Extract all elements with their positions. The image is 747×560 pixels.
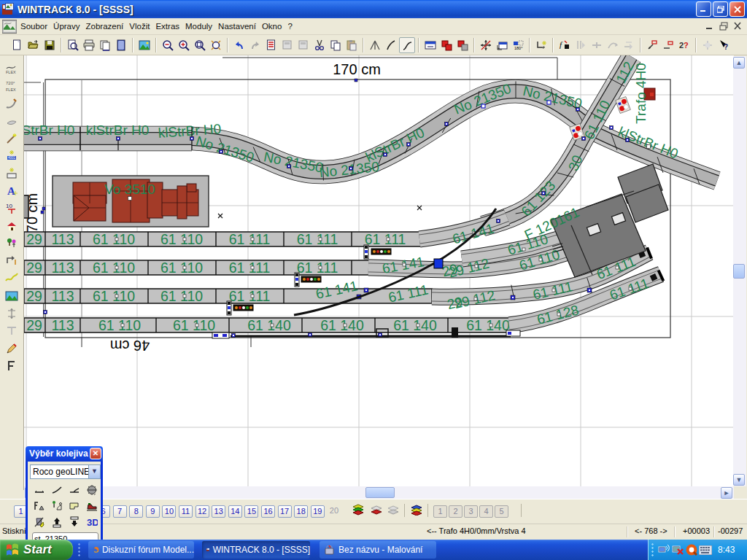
svg-text:61 110: 61 110 xyxy=(93,260,135,276)
svg-text:61 110: 61 110 xyxy=(93,231,135,247)
svg-text:61 111: 61 111 xyxy=(229,231,271,247)
svg-text:113: 113 xyxy=(51,231,74,247)
svg-text:61 111: 61 111 xyxy=(297,231,338,247)
svg-text:Vo 3510: Vo 3510 xyxy=(104,182,155,197)
svg-text:61 140: 61 140 xyxy=(466,317,510,333)
svg-text:720°: 720° xyxy=(6,81,15,85)
svg-text:?: ? xyxy=(724,43,728,51)
svg-text:61 140: 61 140 xyxy=(320,317,364,333)
svg-text:61 111: 61 111 xyxy=(229,260,271,276)
svg-text:61 110: 61 110 xyxy=(173,317,215,333)
svg-text:klStrBr H0: klStrBr H0 xyxy=(86,122,150,138)
svg-text:Trafo 4H0: Trafo 4H0 xyxy=(633,63,649,124)
svg-text:29: 29 xyxy=(26,260,42,276)
svg-text:29: 29 xyxy=(26,317,42,333)
svg-text:A: A xyxy=(7,185,15,197)
svg-text:113: 113 xyxy=(51,317,74,333)
svg-text:113: 113 xyxy=(51,260,74,276)
svg-text:61 110: 61 110 xyxy=(160,288,203,304)
svg-text:29: 29 xyxy=(26,231,42,247)
svg-text:61 111: 61 111 xyxy=(229,288,271,304)
svg-text:61 110: 61 110 xyxy=(98,317,141,333)
svg-text:10: 10 xyxy=(6,203,12,209)
svg-text:61 140: 61 140 xyxy=(393,317,437,333)
svg-text:StrBr H0: StrBr H0 xyxy=(24,122,74,138)
svg-text:61 111: 61 111 xyxy=(297,260,338,276)
svg-text:3D: 3D xyxy=(87,517,98,528)
svg-text:29: 29 xyxy=(26,288,42,304)
svg-text:61 110: 61 110 xyxy=(160,260,203,276)
svg-text:180°: 180° xyxy=(514,46,522,50)
svg-text:f: f xyxy=(560,40,563,49)
svg-text:170 cm: 170 cm xyxy=(333,61,381,77)
svg-text:?: ? xyxy=(684,41,689,50)
svg-text:61 111: 61 111 xyxy=(365,231,406,247)
svg-text:FLEX: FLEX xyxy=(6,88,16,92)
svg-text:113: 113 xyxy=(51,288,74,304)
svg-text:61 110: 61 110 xyxy=(160,231,203,247)
svg-text:FLEX: FLEX xyxy=(6,70,16,74)
svg-text:61 140: 61 140 xyxy=(247,317,291,333)
svg-text:61 110: 61 110 xyxy=(93,288,135,304)
svg-text:4001: 4001 xyxy=(8,156,16,160)
svg-text:46 cm: 46 cm xyxy=(110,338,150,354)
